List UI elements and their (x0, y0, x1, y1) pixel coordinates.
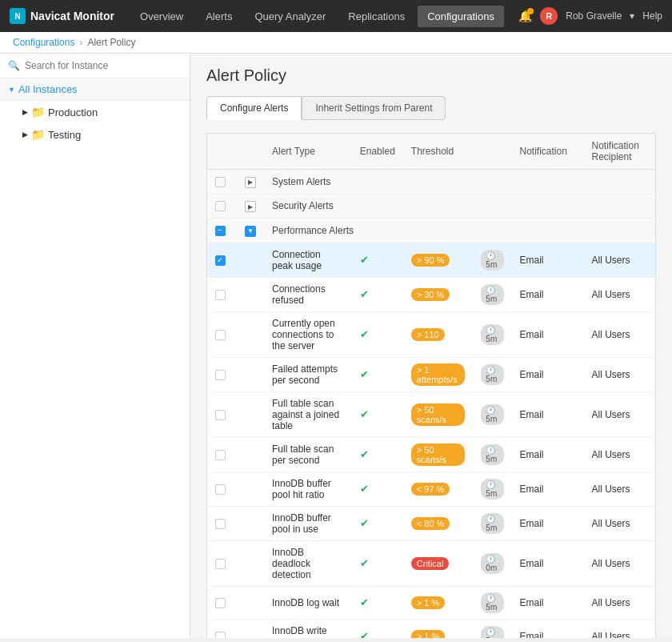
th-alert-type: Alert Type (264, 134, 352, 170)
threshold-badge: > 1 % (411, 596, 445, 609)
threshold-badge: > 1 % (411, 630, 445, 639)
tab-configure-alerts[interactable]: Configure Alerts (206, 96, 302, 120)
system-expand-btn[interactable]: ▶ (245, 177, 256, 188)
security-expand-cell[interactable]: ▶ (234, 194, 264, 219)
timer-badge: 🕐 5m (481, 626, 503, 639)
row-name: InnoDB write buffer efficiency (264, 619, 352, 638)
threshold-badge: > 110 (411, 328, 445, 341)
nav-overview[interactable]: Overview (130, 6, 193, 27)
th-enabled: Enabled (352, 134, 403, 170)
help-link[interactable]: Help (642, 10, 662, 22)
performance-expand-btn[interactable]: ▼ (245, 226, 256, 237)
testing-folder-icon: 📁 (31, 128, 45, 141)
checkbox-innodb-log-wait[interactable] (215, 598, 226, 608)
row-name: Currently open connections to the server (264, 311, 352, 357)
performance-expand-cell[interactable]: ▼ (234, 219, 264, 243)
enabled-check-icon: ✔ (360, 557, 369, 569)
app-name: Navicat Monitor (30, 10, 114, 22)
timer-badge: 🕐 5m (481, 284, 503, 305)
breadcrumb-separator: › (79, 37, 82, 48)
row-name: InnoDB log wait (264, 586, 352, 619)
system-expand-cell[interactable]: ▶ (234, 170, 264, 195)
tab-inherit-settings[interactable]: Inherit Settings from Parent (302, 96, 446, 120)
page-title: Alert Policy (206, 66, 656, 85)
nav-replications[interactable]: Replications (338, 6, 414, 27)
sidebar: 🔍 ▼ All Instances ▶ 📁 Production ▶ 📁 Tes… (0, 54, 190, 638)
sidebar-testing-label: Testing (48, 129, 81, 141)
security-checkbox[interactable] (215, 201, 226, 211)
checkbox-full-table-scan[interactable] (215, 450, 226, 460)
system-checkbox-cell[interactable] (207, 170, 234, 195)
tab-bar: Configure Alerts Inherit Settings from P… (206, 96, 656, 120)
enabled-check-icon: ✔ (360, 596, 369, 608)
table-row: Connection peak usage ✔ > 90 % 🕐 5m Emai… (207, 243, 656, 277)
chevron-down-icon[interactable]: ▾ (630, 10, 634, 22)
checkbox-innodb-write-buffer[interactable] (215, 632, 226, 638)
sidebar-all-instances[interactable]: ▼ All Instances (0, 78, 190, 101)
search-icon: 🔍 (8, 60, 20, 71)
testing-triangle: ▶ (22, 130, 28, 138)
th-expand (234, 134, 264, 170)
security-checkbox-cell[interactable] (207, 194, 234, 219)
sidebar-production[interactable]: ▶ 📁 Production (0, 101, 190, 123)
section-performance: ▼ Performance Alerts (207, 219, 656, 243)
threshold-badge: > 50 scans/s (411, 403, 466, 426)
checkbox-innodb-deadlock[interactable] (215, 559, 226, 569)
sidebar-testing[interactable]: ▶ 📁 Testing (0, 123, 190, 146)
th-checkbox (207, 134, 234, 170)
table-row: InnoDB deadlock detection ✔ Critical 🕐 0… (207, 540, 656, 586)
main-layout: 🔍 ▼ All Instances ▶ 📁 Production ▶ 📁 Tes… (0, 54, 672, 638)
threshold-badge: < 97 % (411, 483, 450, 496)
table-row: InnoDB buffer pool hit ratio ✔ < 97 % 🕐 … (207, 471, 656, 506)
checkbox-failed-attempts[interactable] (215, 370, 226, 380)
system-label: System Alerts (264, 170, 656, 195)
performance-checkbox[interactable] (215, 226, 226, 236)
checkbox-innodb-pool-use[interactable] (215, 519, 226, 529)
row-threshold-connection-peak: > 90 % (403, 243, 474, 277)
alert-table: Alert Type Enabled Threshold Notificatio… (206, 133, 656, 638)
row-recipient-connection-peak: All Users (584, 243, 656, 277)
checkbox-full-table-joined[interactable] (215, 410, 226, 420)
enabled-check-icon: ✔ (360, 448, 369, 460)
app-logo: N Navicat Monitor (10, 8, 114, 24)
threshold-badge: > 30 % (411, 288, 450, 301)
row-name: Full table scan per second (264, 437, 352, 471)
search-input[interactable] (25, 60, 182, 71)
table-row: InnoDB log wait ✔ > 1 % 🕐 5m Email All U… (207, 586, 656, 619)
table-row: Full table scan per second ✔ > 50 scans/… (207, 437, 656, 471)
all-instances-triangle: ▼ (8, 86, 15, 94)
performance-checkbox-cell[interactable] (207, 219, 234, 243)
user-avatar: R (540, 7, 558, 25)
nav-configurations[interactable]: Configurations (418, 6, 504, 27)
search-box: 🔍 (0, 54, 190, 78)
checkbox-innodb-hit-ratio[interactable] (215, 484, 226, 495)
breadcrumb-parent[interactable]: Configurations (13, 37, 74, 48)
notifications-icon[interactable]: 🔔 (518, 10, 532, 22)
table-header-row: Alert Type Enabled Threshold Notificatio… (207, 134, 656, 170)
row-name: InnoDB buffer pool hit ratio (264, 471, 352, 506)
nav-alerts[interactable]: Alerts (196, 6, 242, 27)
row-enabled-connection-peak[interactable]: ✔ (352, 243, 403, 277)
security-expand-btn[interactable]: ▶ (245, 201, 256, 212)
table-row: Connections refused ✔ > 30 % 🕐 5m Email … (207, 277, 656, 311)
username: Rob Gravelle (566, 10, 622, 22)
production-folder-icon: 📁 (31, 106, 45, 118)
checkbox-connection-peak[interactable] (215, 255, 226, 266)
row-timer-connection-peak: 🕐 5m (473, 243, 511, 277)
nav-query-analyzer[interactable]: Query Analyzer (245, 6, 335, 27)
table-row: Failed attempts per second ✔ > 1 attempt… (207, 357, 656, 391)
row-expand-connection-peak (234, 243, 264, 277)
row-cb-connection-peak[interactable] (207, 243, 234, 277)
system-checkbox[interactable] (215, 177, 226, 187)
row-name: InnoDB deadlock detection (264, 540, 352, 586)
performance-label: Performance Alerts (264, 219, 656, 243)
checkbox-open-connections[interactable] (215, 330, 226, 340)
breadcrumb-current: Alert Policy (87, 37, 135, 48)
checkbox-connections-refused[interactable] (215, 290, 226, 300)
row-notif-connection-peak: Email (512, 243, 584, 277)
row-name: InnoDB buffer pool in use (264, 506, 352, 540)
table-row: InnoDB buffer pool in use ✔ < 80 % 🕐 5m … (207, 506, 656, 540)
timer-badge: 🕐 5m (481, 479, 503, 500)
security-label: Security Alerts (264, 194, 656, 219)
th-threshold: Threshold (403, 134, 512, 170)
